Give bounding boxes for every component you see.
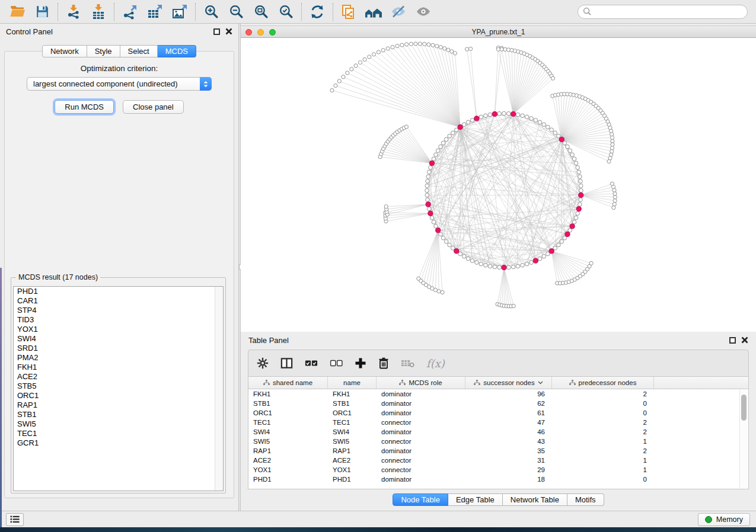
list-item[interactable]: STB1 <box>14 410 223 419</box>
float-panel-icon[interactable] <box>213 28 220 35</box>
import-table-button[interactable] <box>86 2 111 22</box>
close-table-panel-icon[interactable] <box>741 336 748 344</box>
table-row[interactable]: SWI4SWI4dominator462 <box>248 427 748 437</box>
list-scrollbar[interactable] <box>215 287 223 491</box>
table-header-row: shared namenameMCDS rolesuccessor nodesp… <box>248 377 748 389</box>
list-item[interactable]: PHD1 <box>14 287 223 296</box>
export-network-button[interactable] <box>117 2 142 22</box>
search-box[interactable] <box>578 5 748 19</box>
table-row[interactable]: ORC1ORC1dominator610 <box>248 408 748 418</box>
network-graph[interactable] <box>241 38 756 332</box>
window-minimize-button[interactable] <box>257 29 264 36</box>
column-panel-button[interactable] <box>280 357 293 369</box>
export-table-icon <box>147 4 163 20</box>
zoom-selected-button[interactable] <box>273 2 298 22</box>
list-item[interactable]: GCR1 <box>14 438 223 448</box>
import-network-button[interactable] <box>61 2 86 22</box>
duplicate-network-button[interactable] <box>336 2 361 22</box>
scrollbar-thumb[interactable] <box>741 395 747 421</box>
table-options-button[interactable] <box>257 357 269 369</box>
cell-shared-name: TEC1 <box>248 419 328 426</box>
list-item[interactable]: SWI5 <box>14 419 223 429</box>
column-header-shared-name[interactable]: shared name <box>248 377 328 389</box>
run-mcds-button[interactable]: Run MCDS <box>55 100 114 114</box>
list-item[interactable]: CAR1 <box>14 296 223 306</box>
window-close-button[interactable] <box>245 29 252 36</box>
apply-layout-button[interactable] <box>305 2 330 22</box>
window-maximize-button[interactable] <box>269 29 276 36</box>
list-item[interactable]: SWI4 <box>14 334 223 344</box>
close-mcds-panel-button[interactable]: Close panel <box>123 100 184 114</box>
tab-node-table[interactable]: Node Table <box>393 493 448 506</box>
memory-status-icon <box>705 516 712 523</box>
zoom-in-button[interactable] <box>199 2 224 22</box>
network-window-title: YPA_prune.txt_1 <box>472 28 525 36</box>
float-table-panel-icon[interactable] <box>729 337 736 344</box>
search-input[interactable] <box>595 7 742 16</box>
cell-predecessor-nodes: 1 <box>552 457 654 464</box>
cell-shared-name: SWI5 <box>248 438 328 445</box>
tab-motifs[interactable]: Motifs <box>567 493 604 506</box>
list-item[interactable]: YOX1 <box>14 325 223 334</box>
table-scrollbar[interactable] <box>739 390 748 488</box>
toolbar-separator <box>301 3 302 21</box>
cell-successor-nodes: 43 <box>465 438 552 445</box>
select-all-button[interactable] <box>305 359 318 367</box>
deselect-all-button[interactable] <box>330 359 343 367</box>
zoom-fit-button[interactable] <box>248 2 273 22</box>
table-row[interactable]: SWI5SWI5connector431 <box>248 437 748 446</box>
show-all-networks-button[interactable] <box>361 2 386 22</box>
close-panel-icon[interactable] <box>225 28 232 35</box>
open-file-button[interactable] <box>5 2 30 22</box>
list-item[interactable]: PMA2 <box>14 353 223 363</box>
zoom-out-button[interactable] <box>224 2 248 22</box>
list-item[interactable]: ACE2 <box>14 372 223 382</box>
show-hidden-button[interactable] <box>411 2 436 22</box>
task-history-button[interactable] <box>6 513 24 526</box>
list-item[interactable]: FKH1 <box>14 363 223 372</box>
tab-mcds[interactable]: MCDS <box>158 45 196 57</box>
optimization-criterion-label: Optimization criterion: <box>5 64 234 73</box>
tab-select[interactable]: Select <box>120 45 158 57</box>
table-row[interactable]: YOX1YOX1connector291 <box>248 465 748 475</box>
list-item[interactable]: STP4 <box>14 306 223 315</box>
export-table-button[interactable] <box>142 2 167 22</box>
add-column-button[interactable] <box>355 357 366 369</box>
memory-button[interactable]: Memory <box>698 513 750 526</box>
list-item[interactable]: SRD1 <box>14 344 223 353</box>
table-row[interactable]: STB1STB1dominator620 <box>248 399 748 408</box>
table-tabs: Node TableEdge TableNetwork TableMotifs <box>241 493 756 506</box>
table-row[interactable]: ACE2ACE2connector311 <box>248 456 748 465</box>
cell-MCDS-role: dominator <box>377 390 465 398</box>
column-header-predecessor-nodes[interactable]: predecessor nodes <box>552 377 654 389</box>
tree-icon <box>474 380 480 386</box>
tab-edge-table[interactable]: Edge Table <box>448 493 503 506</box>
network-canvas[interactable] <box>241 38 756 332</box>
control-panel-title: Control Panel <box>6 27 53 36</box>
table-row[interactable]: PHD1PHD1dominator180 <box>248 475 748 484</box>
control-panel-tabs: NetworkStyleSelectMCDS <box>0 45 238 57</box>
import-network-icon <box>66 4 81 20</box>
table-row[interactable]: RAP1RAP1dominator352 <box>248 446 748 456</box>
tab-network-table[interactable]: Network Table <box>503 493 567 506</box>
export-image-button[interactable] <box>167 2 192 22</box>
table-row[interactable]: FKH1FKH1dominator962 <box>248 389 748 399</box>
tab-network[interactable]: Network <box>42 45 87 57</box>
list-item[interactable]: TID3 <box>14 315 223 325</box>
list-item[interactable]: RAP1 <box>14 400 223 410</box>
column-header-successor-nodes[interactable]: successor nodes <box>465 377 552 389</box>
zoom-fit-icon <box>254 4 269 19</box>
list-item[interactable]: TEC1 <box>14 429 223 438</box>
delete-table-button[interactable] <box>401 358 414 368</box>
column-header-MCDS-role[interactable]: MCDS role <box>377 377 465 389</box>
hide-selected-button[interactable] <box>386 2 411 22</box>
criterion-select[interactable]: largest connected component (undirected) <box>27 77 212 91</box>
list-item[interactable]: STB5 <box>14 382 223 391</box>
function-builder-icon[interactable]: f(x) <box>426 357 445 370</box>
column-header-name[interactable]: name <box>328 377 377 389</box>
list-item[interactable]: ORC1 <box>14 391 223 400</box>
delete-column-button[interactable] <box>378 357 389 369</box>
table-row[interactable]: TEC1TEC1connector472 <box>248 418 748 427</box>
tab-style[interactable]: Style <box>87 45 120 57</box>
save-session-button[interactable] <box>30 2 55 22</box>
